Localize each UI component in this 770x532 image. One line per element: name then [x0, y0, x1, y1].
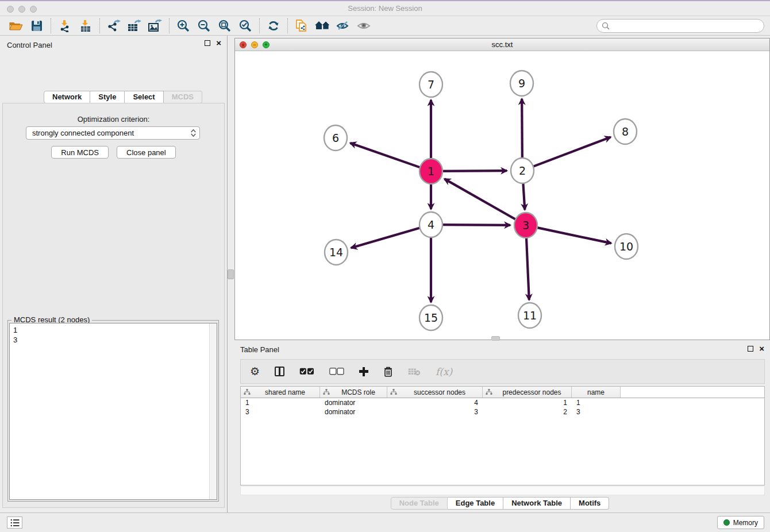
- create-column-button[interactable]: [359, 367, 368, 376]
- run-mcds-button[interactable]: Run MCDS: [51, 146, 109, 159]
- cell-shared-name: 3: [241, 407, 320, 417]
- column-header-mcds-role[interactable]: MCDS role: [320, 387, 387, 398]
- plus-icon: [359, 367, 368, 376]
- window-close-button[interactable]: [7, 6, 14, 13]
- show-details-button[interactable]: [353, 18, 374, 34]
- tab-select[interactable]: Select: [125, 91, 163, 103]
- network-view-window: x − + scc.txt 7968124314101511: [234, 38, 770, 340]
- tab-motifs[interactable]: Motifs: [571, 497, 609, 510]
- zoom-fit-button[interactable]: [214, 18, 235, 34]
- network-maximize-icon[interactable]: +: [263, 41, 270, 48]
- table-horizontal-scrollbar[interactable]: [240, 487, 765, 495]
- close-panel-button[interactable]: Close panel: [117, 146, 176, 159]
- graph-edge-4-3[interactable]: [436, 225, 510, 225]
- graph-edge-1-2[interactable]: [436, 171, 507, 171]
- table-toolbar: ⚙: [240, 359, 765, 384]
- delete-table-button[interactable]: [408, 368, 421, 376]
- column-header-name[interactable]: name: [572, 387, 621, 398]
- network-canvas[interactable]: 7968124314101511: [235, 51, 769, 340]
- tab-style[interactable]: Style: [90, 91, 125, 103]
- save-session-button[interactable]: [26, 18, 47, 34]
- graph-node-label-3: 3: [522, 219, 529, 232]
- export-network-button[interactable]: [103, 18, 124, 34]
- network-graph[interactable]: 7968124314101511: [235, 51, 769, 340]
- memory-button[interactable]: Memory: [717, 516, 764, 529]
- vertical-splitter-handle[interactable]: [228, 269, 234, 279]
- column-header-successor-nodes[interactable]: successor nodes: [387, 387, 483, 398]
- table-panel: Table Panel × ⚙: [230, 342, 770, 512]
- graph-node-label-9: 9: [518, 77, 525, 90]
- table-row[interactable]: 3 dominator 3 2 3: [241, 407, 764, 417]
- select-stepper-icon: [191, 129, 196, 137]
- tab-network[interactable]: Network: [44, 91, 90, 103]
- tab-node-table[interactable]: Node Table: [391, 497, 448, 510]
- home-view-button[interactable]: [312, 18, 333, 34]
- open-folder-icon: [9, 20, 23, 32]
- graph-node-label-10: 10: [619, 240, 633, 253]
- column-header-predecessor-nodes[interactable]: predecessor nodes: [483, 387, 572, 398]
- show-columns-button[interactable]: [275, 367, 284, 376]
- tab-edge-table[interactable]: Edge Table: [448, 497, 503, 510]
- cell-name: 1: [572, 398, 621, 407]
- zoom-selected-button[interactable]: [235, 18, 256, 34]
- control-panel-float-icon[interactable]: [205, 40, 210, 46]
- deselect-all-rows-button[interactable]: [329, 368, 344, 375]
- import-table-button[interactable]: [75, 18, 96, 34]
- graph-edge-3-1[interactable]: [444, 179, 522, 223]
- graph-edge-1-6[interactable]: [350, 143, 426, 169]
- export-image-button[interactable]: [145, 18, 165, 34]
- table-settings-button[interactable]: ⚙: [250, 366, 260, 377]
- task-history-button[interactable]: [7, 516, 22, 529]
- delete-table-icon: [408, 368, 421, 376]
- window-minimize-button[interactable]: [18, 6, 25, 13]
- result-line: 3: [13, 335, 213, 345]
- cell-shared-name: 1: [241, 398, 320, 407]
- result-line: 1: [13, 325, 213, 335]
- home-icon: [314, 20, 330, 32]
- window-zoom-button[interactable]: [30, 6, 37, 13]
- graph-edge-3-10[interactable]: [530, 226, 611, 244]
- graph-edge-2-8[interactable]: [526, 137, 610, 169]
- tab-mcds[interactable]: MCDS: [164, 91, 202, 103]
- select-all-rows-button[interactable]: [299, 368, 314, 375]
- zoom-fit-icon: [218, 20, 231, 32]
- graph-edge-2-9[interactable]: [522, 99, 522, 166]
- network-window-title: scc.txt: [235, 38, 769, 51]
- mcds-result-list[interactable]: 1 3: [9, 323, 217, 500]
- import-network-button[interactable]: [55, 18, 75, 34]
- export-network-icon: [107, 20, 121, 32]
- graph-node-label-6: 6: [332, 132, 339, 144]
- optimization-criterion-select[interactable]: strongly connected component: [26, 126, 200, 140]
- column-header-shared-name[interactable]: shared name: [241, 387, 320, 398]
- horizontal-splitter-handle[interactable]: [491, 336, 500, 341]
- graph-edge-3-11[interactable]: [526, 230, 529, 300]
- result-scrollbar[interactable]: [209, 323, 217, 499]
- table-panel-float-icon[interactable]: [748, 346, 753, 352]
- graph-edge-4-14[interactable]: [351, 226, 426, 248]
- zoom-in-button[interactable]: [173, 18, 194, 34]
- tree-icon: [486, 389, 492, 395]
- table-row[interactable]: 1 dominator 4 1 1: [241, 398, 764, 407]
- network-close-icon[interactable]: x: [240, 41, 247, 48]
- clone-network-button[interactable]: [291, 18, 312, 34]
- zoom-out-button[interactable]: [194, 18, 214, 34]
- control-panel-close-icon[interactable]: ×: [216, 40, 221, 46]
- open-session-button[interactable]: [6, 18, 26, 34]
- network-window-titlebar[interactable]: x − + scc.txt: [235, 38, 769, 51]
- export-table-icon: [128, 20, 141, 32]
- network-minimize-icon[interactable]: −: [251, 41, 258, 48]
- hide-details-button[interactable]: [333, 18, 353, 34]
- cell-successor-nodes: 4: [387, 398, 483, 407]
- search-box: [596, 19, 764, 33]
- function-builder-button[interactable]: f(x): [436, 366, 452, 377]
- search-input[interactable]: [613, 22, 759, 30]
- refresh-layout-button[interactable]: [263, 18, 284, 34]
- memory-status-icon: [723, 519, 730, 526]
- mcds-result-group: MCDS result (2 nodes) 1 3: [7, 320, 219, 502]
- tab-network-table[interactable]: Network Table: [503, 497, 571, 510]
- delete-column-button[interactable]: [383, 366, 393, 377]
- graph-node-label-4: 4: [428, 218, 434, 231]
- columns-icon: [275, 367, 284, 376]
- export-table-button[interactable]: [124, 18, 145, 34]
- table-panel-close-icon[interactable]: ×: [759, 346, 764, 352]
